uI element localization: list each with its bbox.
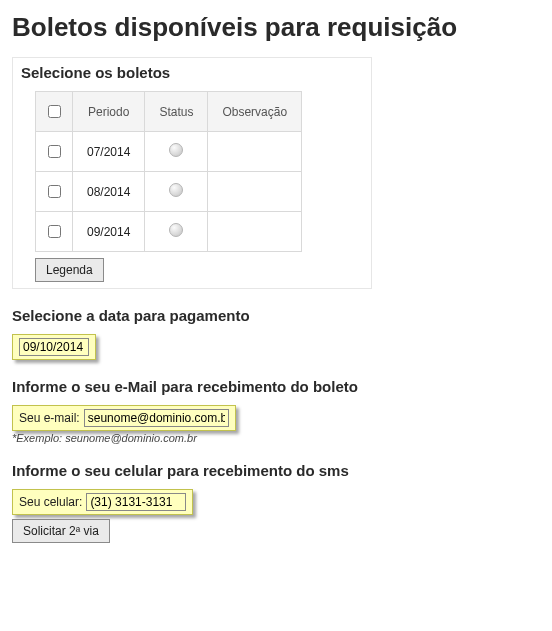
date-highlight (12, 334, 96, 360)
col-status: Status (145, 92, 208, 132)
col-periodo: Periodo (73, 92, 145, 132)
col-observacao: Observação (208, 92, 302, 132)
table-row: 07/2014 (36, 132, 302, 172)
cell-observacao (208, 172, 302, 212)
email-label: Seu e-mail: (19, 411, 80, 425)
email-example: *Exemplo: seunome@dominio.com.br (12, 432, 540, 444)
cell-observacao (208, 132, 302, 172)
page-title: Boletos disponíveis para requisição (12, 12, 540, 43)
cell-highlight: Seu celular: (12, 489, 193, 515)
cell-periodo: 09/2014 (73, 212, 145, 252)
email-input[interactable] (84, 409, 229, 427)
select-boletos-heading: Selecione os boletos (21, 64, 371, 81)
cell-periodo: 08/2014 (73, 172, 145, 212)
solicitar-button[interactable]: Solicitar 2ª via (12, 519, 110, 543)
row-checkbox[interactable] (48, 185, 61, 198)
payment-date-input[interactable] (19, 338, 89, 356)
cell-heading: Informe o seu celular para recebimento d… (12, 462, 540, 479)
table-row: 08/2014 (36, 172, 302, 212)
status-dot-icon (169, 183, 183, 197)
cell-label: Seu celular: (19, 495, 82, 509)
select-boletos-section: Selecione os boletos Periodo Status Obse… (12, 57, 372, 289)
date-heading: Selecione a data para pagamento (12, 307, 540, 324)
cell-periodo: 07/2014 (73, 132, 145, 172)
cell-input[interactable] (86, 493, 186, 511)
legenda-button[interactable]: Legenda (35, 258, 104, 282)
status-dot-icon (169, 223, 183, 237)
email-highlight: Seu e-mail: (12, 405, 236, 431)
select-all-checkbox[interactable] (48, 105, 61, 118)
row-checkbox[interactable] (48, 145, 61, 158)
table-row: 09/2014 (36, 212, 302, 252)
email-heading: Informe o seu e-Mail para recebimento do… (12, 378, 540, 395)
boletos-table: Periodo Status Observação 07/2014 08/201… (35, 91, 302, 252)
row-checkbox[interactable] (48, 225, 61, 238)
cell-observacao (208, 212, 302, 252)
status-dot-icon (169, 143, 183, 157)
